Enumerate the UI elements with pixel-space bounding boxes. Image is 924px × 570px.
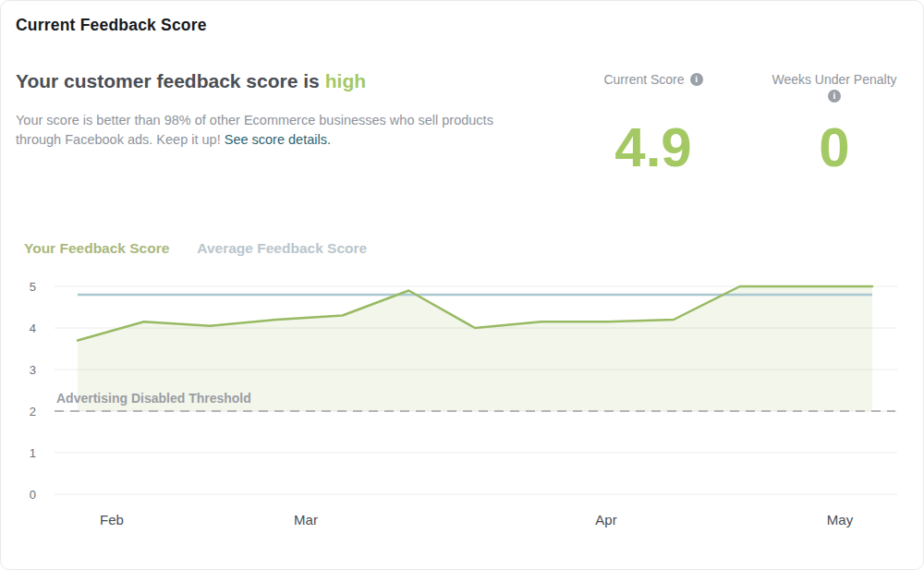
info-icon[interactable]: i bbox=[690, 73, 703, 86]
x-axis-label: May bbox=[827, 512, 854, 528]
weeks-under-penalty-label: Weeks Under Penalty bbox=[772, 72, 896, 87]
weeks-under-penalty-stat: Weeks Under Penalty i 0 bbox=[751, 72, 918, 192]
info-icon[interactable]: i bbox=[828, 90, 841, 103]
x-axis-label: Feb bbox=[100, 512, 124, 528]
y-tick-label: 0 bbox=[30, 488, 36, 502]
page-title: Current Feedback Score bbox=[16, 16, 207, 35]
current-score-label: Current Score bbox=[603, 72, 684, 87]
see-score-details-link[interactable]: See score details. bbox=[225, 132, 331, 147]
y-tick-label: 1 bbox=[30, 446, 36, 460]
chart-legend: Your Feedback Score Average Feedback Sco… bbox=[24, 240, 367, 257]
y-tick-label: 3 bbox=[30, 363, 36, 377]
current-score-stat: Current Score i 4.9 bbox=[570, 72, 736, 192]
x-axis-label: Apr bbox=[595, 512, 616, 528]
score-heading: Your customer feedback score ishigh bbox=[16, 70, 366, 92]
y-tick-label: 4 bbox=[30, 321, 36, 335]
legend-item-average-feedback-score[interactable]: Average Feedback Score bbox=[197, 240, 367, 257]
y-tick-label: 2 bbox=[30, 405, 36, 418]
legend-item-your-feedback-score[interactable]: Your Feedback Score bbox=[24, 240, 169, 257]
weeks-under-penalty-value: 0 bbox=[751, 120, 918, 176]
feedback-score-chart: 012345Advertising Disabled ThresholdFebM… bbox=[1, 264, 924, 560]
x-axis-label: Mar bbox=[294, 512, 318, 528]
score-heading-prefix: Your customer feedback score is bbox=[16, 70, 320, 91]
current-score-value: 4.9 bbox=[570, 120, 736, 176]
y-tick-label: 5 bbox=[30, 280, 36, 294]
advertising-disabled-threshold-label: Advertising Disabled Threshold bbox=[56, 391, 251, 406]
feedback-score-card: Current Feedback Score Your customer fee… bbox=[0, 0, 924, 570]
score-status: high bbox=[325, 70, 366, 91]
score-description: Your score is better than 98% of other E… bbox=[16, 111, 526, 150]
